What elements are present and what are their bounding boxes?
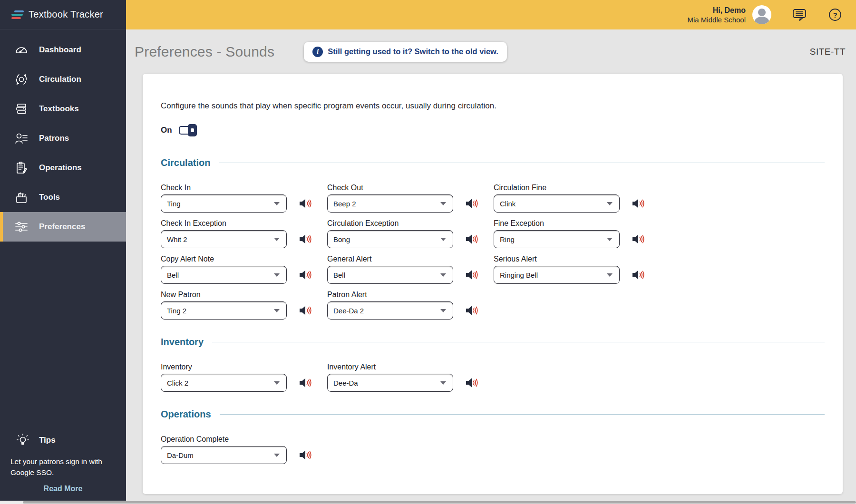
section-circulation: Circulation Check In Ting (161, 157, 825, 320)
tips-title: Tips (39, 436, 56, 445)
speaker-icon[interactable] (465, 377, 480, 389)
sidebar: Textbook Tracker Dashboard (0, 0, 126, 501)
speaker-icon[interactable] (631, 197, 646, 210)
speaker-icon[interactable] (631, 269, 646, 281)
select-value: Da-Dum (167, 451, 194, 459)
section-title: Inventory (161, 337, 204, 348)
sound-select[interactable]: Click 2 (161, 374, 287, 392)
top-bar: Hi, Demo Mia Middle School ? (126, 0, 856, 29)
speaker-icon[interactable] (298, 233, 313, 245)
chevron-down-icon (274, 381, 280, 385)
section-inventory: Inventory Inventory Click 2 (161, 337, 825, 392)
chat-icon[interactable] (791, 7, 807, 22)
tips-toggle[interactable]: Tips (0, 433, 126, 447)
page-title: Preferences - Sounds (135, 44, 274, 60)
select-value: Clink (500, 200, 516, 208)
section-title: Circulation (161, 157, 210, 168)
field-inventory: Inventory Click 2 (161, 363, 327, 392)
tips-text: Let your patrons sign in with Google SSO… (0, 456, 126, 478)
select-value: Beep 2 (333, 200, 356, 208)
user-greeting: Hi, Demo Mia Middle School (687, 6, 746, 24)
tools-icon (13, 190, 29, 204)
speaker-icon[interactable] (465, 304, 480, 317)
dashboard-icon (13, 43, 29, 57)
speaker-icon[interactable] (465, 233, 480, 245)
field-serious-alert: Serious Alert Ringing Bell (494, 255, 660, 284)
notice-text: Still getting used to it? Switch to the … (328, 47, 498, 56)
speaker-icon[interactable] (298, 269, 313, 281)
sound-select[interactable]: Ring (494, 230, 620, 248)
chevron-down-icon (607, 238, 613, 241)
chevron-down-icon (274, 309, 280, 312)
chevron-down-icon (274, 273, 280, 277)
sidebar-item-dashboard[interactable]: Dashboard (0, 35, 126, 65)
sidebar-item-textbooks[interactable]: Textbooks (0, 94, 126, 124)
section-title: Operations (161, 409, 211, 420)
sidebar-item-label: Operations (39, 163, 82, 173)
field-label: Circulation Fine (494, 184, 660, 192)
select-value: Click 2 (167, 379, 188, 387)
sound-select[interactable]: Beep 2 (327, 194, 453, 213)
speaker-icon[interactable] (298, 377, 313, 389)
field-label: Check In Exception (161, 219, 327, 228)
sound-select[interactable]: Ting (161, 194, 287, 213)
field-operation-complete: Operation Complete Da-Dum (161, 435, 327, 464)
select-value: Ting (167, 200, 181, 208)
sound-select[interactable]: Whit 2 (161, 230, 287, 248)
help-icon[interactable]: ? (827, 7, 843, 22)
avatar[interactable] (752, 5, 771, 24)
svg-text:?: ? (833, 11, 837, 19)
field-check-in: Check In Ting (161, 184, 327, 213)
old-view-notice[interactable]: i Still getting used to it? Switch to th… (304, 42, 507, 62)
sound-select[interactable]: Ting 2 (161, 301, 287, 320)
sidebar-item-circulation[interactable]: Circulation (0, 65, 126, 94)
chevron-down-icon (440, 273, 446, 277)
tips-block: Tips Let your patrons sign in with Googl… (0, 433, 126, 501)
sound-select[interactable]: Bell (161, 266, 287, 284)
sidebar-item-patrons[interactable]: Patrons (0, 124, 126, 153)
sidebar-item-label: Tools (39, 193, 60, 202)
page-description: Configure the sounds that play when spec… (161, 101, 825, 111)
field-label: Fine Exception (494, 219, 660, 228)
field-label: Inventory (161, 363, 327, 371)
circulation-icon (13, 72, 29, 87)
logo-icon (11, 10, 24, 19)
scrollbar-thumb[interactable] (23, 501, 856, 504)
speaker-icon[interactable] (631, 233, 646, 245)
sidebar-item-preferences[interactable]: Preferences (0, 212, 126, 242)
chevron-down-icon (274, 238, 280, 241)
sound-select[interactable]: Da-Dum (161, 446, 287, 464)
speaker-icon[interactable] (298, 449, 313, 461)
sidebar-item-operations[interactable]: Operations (0, 153, 126, 183)
info-icon: i (312, 47, 323, 57)
app-title: Textbook Tracker (29, 9, 103, 20)
chevron-down-icon (440, 238, 446, 241)
select-value: Whit 2 (167, 235, 187, 243)
speaker-icon[interactable] (298, 304, 313, 317)
sounds-toggle[interactable] (179, 126, 197, 135)
sound-select[interactable]: Clink (494, 194, 620, 213)
speaker-icon[interactable] (298, 197, 313, 210)
sidebar-item-tools[interactable]: Tools (0, 183, 126, 212)
sound-select[interactable]: Bell (327, 266, 453, 284)
sidebar-menu: Dashboard Circulation Te (0, 35, 126, 242)
sound-select[interactable]: Dee-Da 2 (327, 301, 453, 320)
field-patron-alert: Patron Alert Dee-Da 2 (327, 291, 494, 320)
speaker-icon[interactable] (465, 197, 480, 210)
speaker-icon[interactable] (465, 269, 480, 281)
chevron-down-icon (607, 202, 613, 205)
sidebar-item-label: Dashboard (39, 45, 81, 55)
field-label: Circulation Exception (327, 219, 494, 228)
field-label: Serious Alert (494, 255, 660, 263)
read-more-link[interactable]: Read More (0, 485, 126, 493)
app-window: Textbook Tracker Dashboard (0, 0, 856, 504)
horizontal-scrollbar[interactable] (0, 501, 856, 504)
main-content: Preferences - Sounds i Still getting use… (126, 29, 856, 501)
section-operations: Operations Operation Complete Da-Dum (161, 409, 825, 464)
field-circulation-fine: Circulation Fine Clink (494, 184, 660, 213)
sound-select[interactable]: Bong (327, 230, 453, 248)
field-label: Check Out (327, 184, 494, 192)
sound-select[interactable]: Dee-Da (327, 374, 453, 392)
field-check-in-exception: Check In Exception Whit 2 (161, 219, 327, 248)
sound-select[interactable]: Ringing Bell (494, 266, 620, 284)
